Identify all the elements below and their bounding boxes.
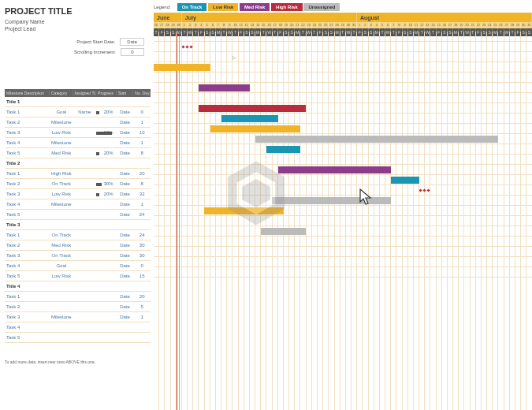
task-row[interactable]: Task 2On Track30%Date8 [5, 179, 151, 189]
col-start: Start [117, 91, 134, 95]
task-row[interactable]: Task 5 [5, 333, 151, 343]
col-days: No. Days [133, 91, 151, 95]
today-line [177, 32, 177, 410]
gantt-bar[interactable] [199, 105, 306, 112]
day-number-row: 2627282930123456789101112131415161718192… [154, 22, 532, 28]
gantt-bar[interactable] [210, 125, 301, 132]
scroll-input[interactable]: 0 [121, 48, 144, 56]
legend: Legend: On Track Low Risk Med Risk High … [154, 0, 532, 13]
col-category: Category [50, 91, 73, 95]
month-cell: August [357, 13, 532, 22]
task-row[interactable]: Task 4MilestoneDate1 [5, 199, 151, 210]
gantt-bar[interactable] [154, 64, 210, 71]
gantt-bar[interactable] [255, 136, 498, 143]
right-panel: Legend: On Track Low Risk Med Risk High … [154, 0, 532, 410]
gantt-bar[interactable] [199, 84, 249, 91]
task-row[interactable]: Task 4MilestoneDate1 [5, 138, 151, 148]
project-lead: Project Lead [5, 26, 151, 32]
task-row[interactable]: Task 3Low Risk20%Date32 [5, 189, 151, 199]
task-row[interactable]: Task 5Date24 [5, 210, 151, 220]
gantt-bar[interactable] [261, 228, 306, 235]
task-row[interactable]: Task 5Low RiskDate15 [5, 271, 151, 281]
project-title: PROJECT TITLE [5, 6, 151, 16]
milestone-marker[interactable] [182, 46, 192, 48]
task-row[interactable]: Task 3MilestoneDate1 [5, 312, 151, 322]
gantt-bar[interactable] [221, 115, 278, 122]
gantt-rows-bg [154, 32, 532, 278]
task-row[interactable]: Task 2Date5 [5, 302, 151, 312]
scroll-row: Scrolling Increment: 0 [74, 48, 144, 56]
legend-item: On Track [177, 3, 207, 11]
gantt-bar[interactable] [391, 177, 419, 184]
task-row[interactable]: Task 1Date20 [5, 292, 151, 302]
task-row[interactable]: Task 4GoalDate0 [5, 261, 151, 271]
start-date-label: Project Start Date: [76, 39, 115, 44]
company-name: Company Name [5, 19, 151, 24]
today-line-shadow [179, 32, 180, 410]
col-assigned: Assigned To [73, 91, 97, 95]
controls: Project Start Date: Date Scrolling Incre… [5, 38, 151, 56]
legend-label: Legend: [154, 5, 171, 9]
legend-item: High Risk [271, 3, 303, 11]
task-row[interactable]: Task 2Med RiskDate30 [5, 240, 151, 251]
legend-item: Low Risk [208, 3, 238, 11]
task-row[interactable]: Task 1On TrackDate24 [5, 230, 151, 240]
task-row[interactable]: Task 1GoalName20%Date0 [5, 107, 151, 117]
task-group-row[interactable]: Title 2 [5, 158, 151, 169]
task-group-row[interactable]: Title 4 [5, 281, 151, 292]
footer-note: To add more data, insert new rows ABOVE … [5, 360, 95, 364]
task-row[interactable]: Task 1High RiskDate20 [5, 169, 151, 179]
watermark-logo [221, 158, 292, 229]
start-date-input[interactable]: Date [120, 38, 144, 46]
legend-item: Med Risk [240, 3, 270, 11]
task-row[interactable]: Task 5Med Risk20%Date8 [5, 148, 151, 158]
month-cell: June [154, 13, 182, 22]
task-group-row[interactable]: Title 3 [5, 220, 151, 230]
col-progress: Progress [96, 91, 117, 95]
task-row[interactable]: Task 3Low Risk90%Date10 [5, 128, 151, 138]
month-cell: July [182, 13, 357, 22]
legend-item: Unassigned [303, 3, 340, 11]
table-header: Milestone Description Category Assigned … [5, 89, 151, 97]
task-grid: Title 1Task 1GoalName20%Date0Task 2Miles… [5, 97, 151, 343]
milestone-marker[interactable] [419, 189, 430, 192]
task-row[interactable]: Task 3On TrackDate30 [5, 251, 151, 261]
gantt-bar[interactable] [266, 146, 300, 153]
gantt-area[interactable]: ▷ [154, 32, 532, 410]
month-row: JuneJulyAugust [154, 13, 532, 22]
start-date-row: Project Start Date: Date [76, 38, 144, 46]
gantt-bar[interactable] [278, 166, 391, 173]
task-group-row[interactable]: Title 1 [5, 97, 151, 107]
task-row[interactable]: Task 2MilestoneDate1 [5, 117, 151, 128]
col-description: Milestone Description [5, 91, 50, 95]
task-row[interactable]: Task 4 [5, 322, 151, 333]
left-panel: PROJECT TITLE Company Name Project Lead … [0, 0, 154, 410]
scroll-label: Scrolling Increment: [74, 50, 116, 54]
